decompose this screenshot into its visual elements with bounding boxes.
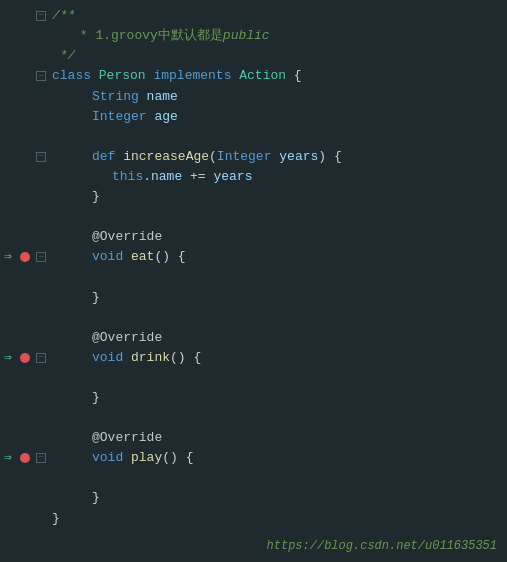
code-content: }: [48, 388, 507, 408]
breakpoint-dot: [20, 453, 30, 463]
code-token: }: [92, 290, 100, 305]
code-token: this: [112, 169, 143, 184]
code-token: }: [92, 189, 100, 204]
code-token: age: [154, 109, 177, 124]
code-line: [0, 127, 507, 147]
code-line: [0, 368, 507, 388]
code-line: @Override: [0, 328, 507, 348]
code-token: Person: [99, 68, 154, 83]
fold-icon[interactable]: −: [36, 71, 46, 81]
fold-icon[interactable]: −: [36, 453, 46, 463]
code-token: @Override: [92, 330, 162, 345]
code-line: ⇒−void drink() {: [0, 348, 507, 368]
code-line: [0, 268, 507, 288]
code-content: void drink() {: [48, 348, 507, 368]
code-token: () {: [170, 350, 201, 365]
fold-area: −: [34, 252, 48, 262]
code-line: [0, 308, 507, 328]
code-line: [0, 468, 507, 488]
code-line: −class Person implements Action {: [0, 66, 507, 86]
code-content: @Override: [48, 328, 507, 348]
code-token: (: [209, 149, 217, 164]
arrow-area: ⇒: [0, 247, 16, 267]
fold-area: −: [34, 11, 48, 21]
code-line: }: [0, 288, 507, 308]
code-line: * 1.groovy中默认都是public: [0, 26, 507, 46]
breakpoint-area[interactable]: [16, 252, 34, 262]
code-token: ) {: [318, 149, 341, 164]
code-line: }: [0, 488, 507, 508]
code-token: drink: [131, 350, 170, 365]
fold-area: −: [34, 453, 48, 463]
code-content: */: [48, 46, 507, 66]
code-content: void eat() {: [48, 247, 507, 267]
code-line: −def increaseAge(Integer years) {: [0, 147, 507, 167]
code-token: () {: [162, 450, 193, 465]
arrow-area: ⇒: [0, 348, 16, 368]
fold-area: −: [34, 152, 48, 162]
code-line: ⇒−void play() {: [0, 448, 507, 468]
code-token: Integer: [217, 149, 279, 164]
code-token: }: [92, 390, 100, 405]
code-editor: −/** * 1.groovy中默认都是public */−class Pers…: [0, 0, 507, 562]
code-content: }: [48, 288, 507, 308]
code-token: /**: [52, 8, 75, 23]
breakpoint-dot: [20, 252, 30, 262]
code-token: implements: [153, 68, 239, 83]
code-token: String: [92, 89, 147, 104]
code-token: 中默认都是: [158, 28, 223, 43]
fold-icon[interactable]: −: [36, 11, 46, 21]
breakpoint-area[interactable]: [16, 453, 34, 463]
code-line: }: [0, 509, 507, 529]
code-line: @Override: [0, 227, 507, 247]
code-token: .name: [143, 169, 190, 184]
code-content: /**: [48, 6, 507, 26]
code-token: years: [213, 169, 252, 184]
code-token: name: [147, 89, 178, 104]
code-token: eat: [131, 249, 154, 264]
code-token: void: [92, 350, 131, 365]
code-token: class: [52, 68, 99, 83]
code-token: @Override: [92, 430, 162, 445]
blog-url: https://blog.csdn.net/u011635351: [267, 537, 497, 556]
code-line: this.name += years: [0, 167, 507, 187]
code-token: years: [279, 149, 318, 164]
code-token: }: [52, 511, 60, 526]
code-line: −/**: [0, 6, 507, 26]
code-line: }: [0, 187, 507, 207]
code-content: @Override: [48, 227, 507, 247]
code-content: Integer age: [48, 107, 507, 127]
fold-area: −: [34, 71, 48, 81]
code-token: public: [223, 28, 270, 43]
code-content: void play() {: [48, 448, 507, 468]
code-token: }: [92, 490, 100, 505]
code-line: [0, 408, 507, 428]
fold-icon[interactable]: −: [36, 252, 46, 262]
code-content: }: [48, 488, 507, 508]
arrow-area: ⇒: [0, 448, 16, 468]
code-line: ⇒−void eat() {: [0, 247, 507, 267]
code-token: play: [131, 450, 162, 465]
code-line: }: [0, 388, 507, 408]
code-content: * 1.groovy中默认都是public: [48, 26, 507, 46]
code-token: +=: [190, 169, 213, 184]
code-line: Integer age: [0, 107, 507, 127]
code-content: }: [48, 509, 507, 529]
fold-icon[interactable]: −: [36, 353, 46, 363]
fold-area: −: [34, 353, 48, 363]
code-token: Integer: [92, 109, 154, 124]
code-token: def: [92, 149, 123, 164]
code-token: */: [52, 48, 75, 63]
code-content: this.name += years: [48, 167, 507, 187]
code-line: */: [0, 46, 507, 66]
code-token: @Override: [92, 229, 162, 244]
breakpoint-area[interactable]: [16, 353, 34, 363]
code-content: String name: [48, 87, 507, 107]
code-line: [0, 207, 507, 227]
fold-icon[interactable]: −: [36, 152, 46, 162]
step-arrow-icon: ⇒: [4, 348, 12, 368]
code-content: @Override: [48, 428, 507, 448]
code-token: * 1.groovy: [72, 28, 158, 43]
code-token: Action: [239, 68, 294, 83]
step-arrow-icon: ⇒: [4, 247, 12, 267]
